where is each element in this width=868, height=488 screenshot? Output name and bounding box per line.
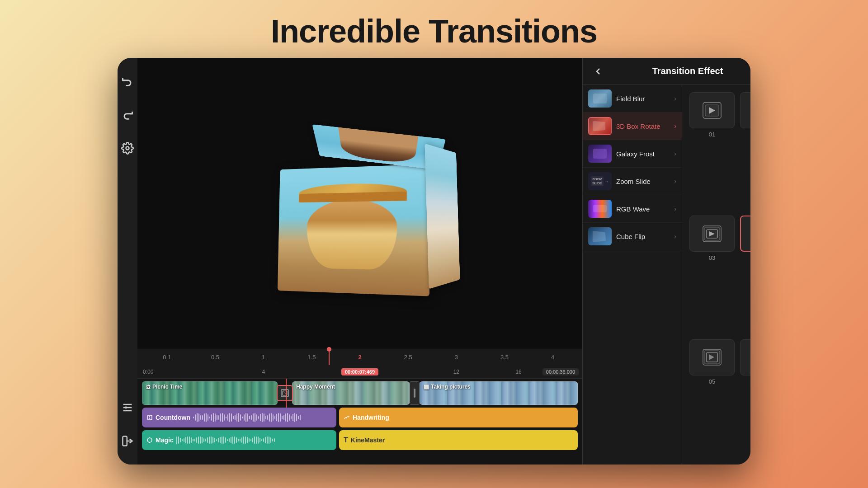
undo-button[interactable] (118, 71, 137, 91)
effect-item-rgb-wave[interactable]: RGB Wave › (583, 195, 682, 223)
variant-04-thumb: ✓ (740, 216, 750, 252)
ruler-mark-3: 3 (432, 354, 481, 361)
kinemaster-track[interactable]: T KineMaster (339, 430, 578, 450)
ruler-mark-35: 3.5 (481, 354, 529, 361)
zoom-slide-chevron: › (674, 178, 676, 185)
galaxy-chevron: › (674, 150, 676, 157)
layers-button[interactable] (118, 398, 137, 418)
time-12: 12 (453, 369, 459, 375)
ruler-mark-4: 4 (528, 354, 577, 361)
clip-taking-label: ⬜ Taking pictures (424, 384, 471, 390)
ruler-mark-2: 2 (336, 354, 384, 361)
timeline-ruler: 0.1 0.5 1 1.5 2 2.5 3 3.5 4 (137, 349, 582, 365)
box-rotate-name: 3D Box Rotate (616, 122, 670, 130)
rgb-wave-name: RGB Wave (616, 205, 670, 213)
transition-marker-1[interactable] (277, 385, 293, 401)
preview-playhead (329, 349, 330, 365)
cube-face-right (425, 144, 460, 289)
variant-05-label: 05 (709, 378, 715, 385)
clip-happy-label: Happy Moment (296, 384, 335, 390)
handwriting-label: Handwriting (344, 414, 389, 421)
ruler-mark-05: 0.5 (191, 354, 240, 361)
main-content: 0.1 0.5 1 1.5 2 2.5 3 3.5 4 (137, 58, 582, 465)
ruler-mark-25: 2.5 (384, 354, 432, 361)
cube-flip-name: Cube Flip (616, 233, 670, 240)
page-title: Incredible Transitions (271, 13, 597, 50)
galaxy-thumbnail (588, 145, 612, 163)
clip-picnic-label: 🖼 Picnic Time (146, 384, 182, 390)
time-4: 4 (262, 369, 265, 375)
panel-content: Field Blur › 3D Box Rotate › Galax (583, 85, 750, 465)
right-panel: Transition Effect Field Blur › (582, 58, 750, 465)
field-blur-chevron: › (674, 95, 676, 102)
clip-happy-moment[interactable]: Happy Moment (292, 381, 410, 405)
svg-point-13 (149, 418, 150, 419)
magic-track[interactable]: Magic document.write(Array.from({length:… (142, 430, 336, 450)
countdown-label: Countdown (146, 414, 190, 421)
effect-item-cube-flip[interactable]: Cube Flip › (583, 223, 682, 250)
preview-area: 0.1 0.5 1 1.5 2 2.5 3 3.5 4 (137, 58, 582, 365)
panel-title: Transition Effect (612, 66, 750, 76)
box-rotate-chevron: › (674, 122, 676, 130)
variant-01-label: 01 (709, 131, 715, 138)
time-16: 16 (515, 369, 521, 375)
ruler-mark-1: 1 (239, 354, 288, 361)
cube-face-main (278, 164, 429, 296)
effect-variant-03[interactable]: 03 (689, 216, 735, 333)
redo-button[interactable] (118, 105, 137, 125)
svg-point-14 (147, 438, 152, 442)
audio-tracks-row-1: Countdown document.write(Array.from({len… (137, 408, 582, 427)
panel-header: Transition Effect (583, 58, 750, 85)
zoom-slide-name: Zoom Slide (616, 178, 670, 185)
device-frame: 0.1 0.5 1 1.5 2 2.5 3 3.5 4 (118, 58, 750, 465)
ruler-mark-01: 0.1 (143, 354, 191, 361)
audio-tracks-row-2: Magic document.write(Array.from({length:… (137, 427, 582, 450)
variant-05-thumb (689, 339, 735, 375)
video-track-row: 🖼 Picnic Time Happy Moment (137, 379, 582, 408)
effect-item-zoom-slide[interactable]: ZOOMSLIDE → Zoom Slide › (583, 168, 682, 195)
field-blur-thumbnail (588, 89, 612, 108)
svg-rect-5 (123, 436, 127, 446)
export-button[interactable] (118, 431, 137, 451)
divider-marker[interactable] (409, 381, 420, 405)
svg-rect-4 (125, 406, 127, 409)
time-start: 0:00 (143, 369, 153, 375)
effect-variant-05[interactable]: 05 (689, 339, 735, 457)
timeline-playhead (286, 379, 287, 408)
total-time-badge: 00:00:36.000 (542, 368, 579, 375)
svg-point-0 (126, 147, 129, 150)
cube-flip-chevron: › (674, 233, 676, 240)
galaxy-name: Galaxy Frost (616, 150, 670, 158)
left-toolbar (118, 58, 137, 465)
effect-variant-02[interactable]: 02 (740, 92, 750, 210)
field-blur-name: Field Blur (616, 95, 670, 103)
rgb-thumbnail (588, 200, 612, 218)
magic-label: Magic (146, 436, 174, 444)
effect-item-galaxy[interactable]: Galaxy Frost › (583, 140, 682, 168)
effect-variant-grid: 01 02 (682, 85, 750, 465)
effect-item-3d-box[interactable]: 3D Box Rotate › (583, 113, 682, 140)
clip-taking-pictures[interactable]: ⬜ Taking pictures (420, 381, 578, 405)
back-button[interactable] (590, 63, 606, 80)
variant-06-thumb (740, 339, 750, 375)
clip-picnic-time[interactable]: 🖼 Picnic Time (142, 381, 278, 405)
cube-flip-thumbnail (588, 227, 612, 245)
current-time-badge: 00:00:07:469 (341, 368, 378, 375)
variant-02-thumb (740, 92, 750, 128)
box-rotate-thumbnail (588, 117, 612, 135)
effect-variant-06[interactable]: 06 (740, 339, 750, 457)
effect-variant-04[interactable]: ✓ 04 (740, 216, 750, 333)
variant-01-thumb (689, 92, 735, 128)
effect-variant-01[interactable]: 01 (689, 92, 735, 210)
timeline-area: 0:00 4 00:00:07:469 12 16 00:00:36.000 🖼… (137, 365, 582, 465)
variant-03-thumb (689, 216, 735, 252)
settings-button[interactable] (118, 138, 137, 158)
kinemaster-label: T KineMaster (344, 436, 385, 444)
effect-item-field-blur[interactable]: Field Blur › (583, 85, 682, 113)
effect-list: Field Blur › 3D Box Rotate › Galax (583, 85, 682, 465)
zoom-slide-thumbnail: ZOOMSLIDE → (588, 172, 612, 190)
countdown-track[interactable]: Countdown document.write(Array.from({len… (142, 408, 336, 427)
variant-03-label: 03 (709, 254, 715, 261)
handwriting-track[interactable]: Handwriting (339, 408, 578, 427)
playhead-dot (327, 347, 331, 352)
